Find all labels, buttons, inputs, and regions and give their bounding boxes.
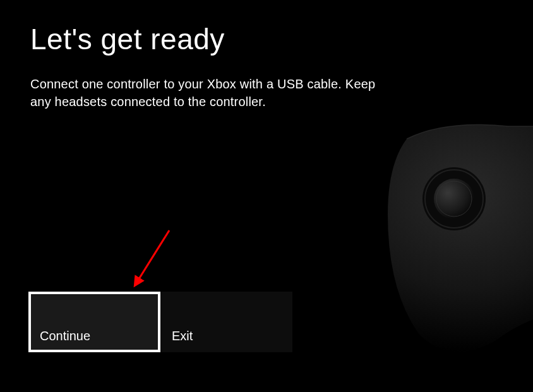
svg-point-4	[434, 179, 474, 219]
continue-button-label: Continue	[40, 329, 90, 343]
button-row: Continue Exit	[28, 292, 292, 352]
svg-point-3	[425, 170, 483, 228]
annotation-arrow-icon	[126, 227, 183, 297]
exit-button-label: Exit	[172, 329, 193, 343]
exit-button[interactable]: Exit	[160, 292, 292, 352]
svg-point-5	[436, 181, 472, 217]
page-title: Let's get ready	[30, 22, 503, 56]
page-description: Connect one controller to your Xbox with…	[30, 75, 384, 110]
svg-point-2	[422, 167, 486, 230]
svg-line-1	[138, 230, 169, 281]
continue-button[interactable]: Continue	[28, 292, 160, 352]
